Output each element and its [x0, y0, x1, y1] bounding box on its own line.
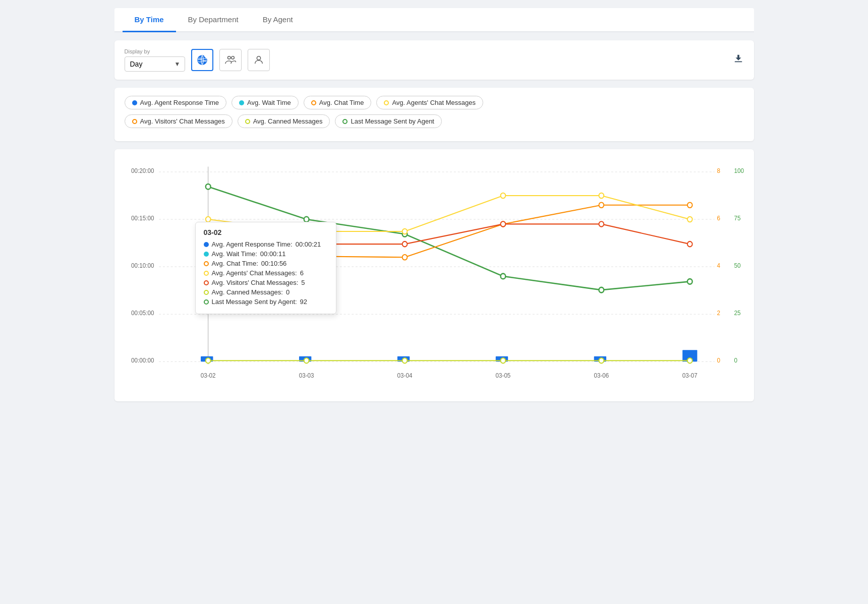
- tooltip-dot-1: [204, 252, 209, 257]
- svg-point-62: [205, 217, 210, 222]
- svg-point-55: [687, 203, 692, 208]
- legend-dot-canned: [245, 119, 250, 124]
- svg-text:0: 0: [734, 357, 737, 364]
- legend-avg-agents-chat[interactable]: Avg. Agents' Chat Messages: [376, 96, 483, 109]
- svg-point-48: [599, 287, 604, 292]
- tooltip-dot-4: [204, 280, 209, 285]
- legend-last-message-agent[interactable]: Last Message Sent by Agent: [335, 114, 442, 128]
- download-icon: [733, 53, 744, 64]
- svg-text:03-02: 03-02: [200, 372, 215, 379]
- tooltip-value-0: 00:00:21: [296, 240, 321, 248]
- group-icon: [225, 54, 236, 66]
- chart-area[interactable]: 00:20:00 00:15:00 00:10:00 00:05:00 00:0…: [125, 161, 744, 393]
- svg-text:03-07: 03-07: [682, 372, 697, 379]
- tabs-bar: By Time By Department By Agent: [114, 8, 754, 32]
- tooltip-row-0: Avg. Agent Response Time: 00:00:21: [204, 240, 328, 248]
- tooltip-label-6: Last Message Sent by Agent:: [212, 298, 297, 306]
- svg-text:6: 6: [717, 215, 720, 222]
- tooltip-dot-5: [204, 290, 209, 295]
- tooltip-row-3: Avg. Agents' Chat Messages: 6: [204, 269, 328, 277]
- svg-point-1: [227, 56, 230, 59]
- svg-point-3: [257, 56, 260, 60]
- group-filter-button[interactable]: [219, 49, 242, 71]
- tab-by-agent[interactable]: By Agent: [251, 8, 305, 32]
- svg-point-61: [687, 241, 692, 247]
- svg-point-60: [599, 221, 604, 226]
- legend-avg-wait-time[interactable]: Avg. Wait Time: [232, 96, 299, 109]
- legend-row-2: Avg. Visitors' Chat Messages Avg. Canned…: [125, 114, 744, 128]
- legend-label-chat-time: Avg. Chat Time: [319, 99, 364, 106]
- legend-dot-agent-response: [132, 100, 137, 105]
- tooltip-label-0: Avg. Agent Response Time:: [212, 240, 293, 248]
- tab-by-time[interactable]: By Time: [123, 8, 176, 32]
- legend-avg-visitors-chat[interactable]: Avg. Visitors' Chat Messages: [125, 114, 233, 128]
- toolbar: Display by Day Week Month ▼: [114, 40, 754, 80]
- legend-avg-canned[interactable]: Avg. Canned Messages: [238, 114, 330, 128]
- download-button[interactable]: [733, 53, 744, 67]
- tooltip-row-4: Avg. Visitors' Chat Messages: 5: [204, 279, 328, 286]
- chart-tooltip: 03-02 Avg. Agent Response Time: 00:00:21…: [195, 222, 336, 314]
- svg-text:03-03: 03-03: [299, 372, 314, 379]
- svg-text:03-04: 03-04: [397, 372, 412, 379]
- svg-text:00:05:00: 00:05:00: [131, 310, 154, 317]
- svg-text:03-05: 03-05: [495, 372, 510, 379]
- tooltip-row-1: Avg. Wait Time: 00:00:11: [204, 250, 328, 258]
- legend-card: Avg. Agent Response Time Avg. Wait Time …: [114, 88, 754, 141]
- svg-point-38: [205, 358, 210, 363]
- svg-point-66: [599, 193, 604, 198]
- tooltip-row-6: Last Message Sent by Agent: 92: [204, 298, 328, 306]
- svg-text:4: 4: [717, 262, 720, 269]
- tooltip-title: 03-02: [204, 228, 328, 236]
- display-by-label: Display by: [125, 48, 185, 54]
- svg-point-65: [500, 193, 505, 198]
- tooltip-dot-2: [204, 261, 209, 266]
- svg-text:2: 2: [717, 310, 720, 317]
- svg-text:0: 0: [717, 357, 720, 364]
- legend-dot-chat-time: [311, 100, 316, 105]
- svg-text:25: 25: [734, 310, 740, 317]
- legend-dot-wait-time: [239, 100, 244, 105]
- tooltip-dot-0: [204, 242, 209, 247]
- tooltip-label-5: Avg. Canned Messages:: [212, 288, 283, 296]
- svg-point-52: [402, 255, 407, 260]
- tooltip-label-2: Avg. Chat Time:: [212, 260, 258, 267]
- svg-text:75: 75: [734, 215, 740, 222]
- globe-filter-button[interactable]: [191, 49, 213, 71]
- tooltip-row-2: Avg. Chat Time: 00:10:56: [204, 260, 328, 267]
- chart-card: 00:20:00 00:15:00 00:10:00 00:05:00 00:0…: [114, 149, 754, 401]
- tooltip-label-1: Avg. Wait Time:: [212, 250, 257, 258]
- svg-text:00:00:00: 00:00:00: [131, 357, 154, 364]
- svg-point-58: [402, 241, 407, 247]
- person-filter-button[interactable]: [248, 49, 270, 71]
- legend-label-visitors-chat: Avg. Visitors' Chat Messages: [140, 117, 225, 125]
- legend-avg-chat-time[interactable]: Avg. Chat Time: [304, 96, 372, 109]
- tooltip-value-5: 0: [286, 288, 290, 296]
- tooltip-dot-6: [204, 299, 209, 305]
- svg-point-54: [599, 203, 604, 208]
- legend-avg-agent-response[interactable]: Avg. Agent Response Time: [125, 96, 227, 109]
- legend-dot-agents-chat: [384, 100, 389, 105]
- legend-row-1: Avg. Agent Response Time Avg. Wait Time …: [125, 96, 744, 109]
- svg-point-2: [231, 56, 234, 59]
- svg-point-42: [599, 358, 604, 363]
- svg-point-39: [304, 358, 309, 363]
- display-by-group: Display by Day Week Month ▼: [125, 48, 185, 72]
- legend-label-wait-time: Avg. Wait Time: [247, 99, 291, 106]
- svg-point-40: [402, 358, 407, 363]
- tooltip-value-3: 6: [300, 269, 304, 277]
- tab-by-department[interactable]: By Department: [176, 8, 251, 32]
- display-by-select[interactable]: Day Week Month: [130, 60, 170, 68]
- svg-point-47: [500, 274, 505, 279]
- svg-text:8: 8: [717, 167, 720, 174]
- tooltip-value-4: 5: [301, 279, 305, 286]
- svg-point-45: [304, 217, 309, 222]
- svg-text:03-06: 03-06: [594, 372, 609, 379]
- tooltip-value-1: 00:00:11: [260, 250, 286, 258]
- tooltip-row-5: Avg. Canned Messages: 0: [204, 288, 328, 296]
- tooltip-label-4: Avg. Visitors' Chat Messages:: [212, 279, 299, 286]
- svg-text:50: 50: [734, 262, 740, 269]
- toolbar-left: Display by Day Week Month ▼: [125, 48, 270, 72]
- legend-label-agent-response: Avg. Agent Response Time: [140, 99, 219, 106]
- svg-text:100: 100: [734, 167, 744, 174]
- display-by-select-wrapper[interactable]: Day Week Month ▼: [125, 56, 185, 72]
